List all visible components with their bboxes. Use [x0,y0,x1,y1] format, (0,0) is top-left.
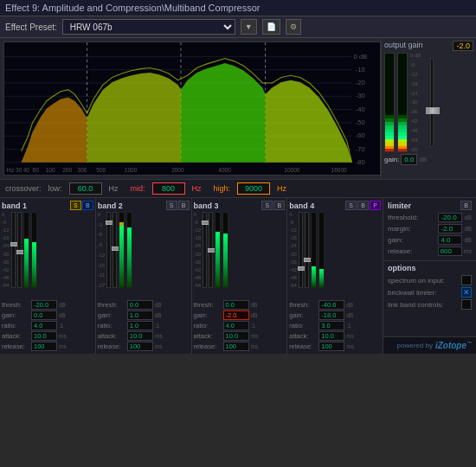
link-band-controls-checkbox[interactable] [461,299,472,310]
limiter-margin-label: margin: [388,225,411,233]
band-4-gain-value[interactable]: -18.0 [318,310,344,320]
band-4-release-value[interactable]: 100 [318,342,344,351]
band-1-gain-slider[interactable] [17,212,22,288]
band-2-gain-value[interactable]: 1.0 [127,310,153,320]
band-1-attack-value[interactable]: 10.0 [31,331,57,341]
limiter-gain-label: gain: [388,236,402,244]
limiter-threshold-value[interactable]: -20.0 [438,213,462,222]
band-4-threshold-slider[interactable] [299,212,303,288]
limiter-gain-value[interactable]: 4.0 [438,235,462,245]
band-1-meter-right [31,212,37,288]
band-1-release-value[interactable]: 100 [31,342,57,351]
bands-and-panels: band 1 S B 0-6-12-18-24-30-36-42-48-54 [0,198,476,354]
band-2-release-label: release: [98,342,125,350]
bands-row: band 1 S B 0-6-12-18-24-30-36-42-48-54 [0,198,383,354]
band-2-threshold-slider[interactable] [106,212,111,288]
limiter-bypass-button[interactable]: B [460,201,472,210]
preset-load-button[interactable]: 📄 [262,19,280,35]
limiter-release-value[interactable]: 600 [438,246,462,256]
svg-text:-80: -80 [356,158,365,166]
band-1-gain-value[interactable]: 0.0 [31,310,57,320]
svg-text:-70: -70 [356,145,365,153]
brickwall-limiter-checkbox[interactable]: ✕ [461,287,472,297]
band-3-thresh-value[interactable]: 0.0 [223,300,249,310]
band-3-thresh-label: thresh: [194,301,222,309]
band-1-solo-button[interactable]: S [70,201,81,210]
limiter-margin-value[interactable]: -2.0 [438,224,462,234]
svg-text:30: 30 [16,167,23,173]
band-2-name: band 2 [98,202,123,210]
crossover-label: crossover: [5,184,42,193]
band-1-thresh-label: thresh: [2,301,29,309]
preset-manage-button[interactable]: ⚙ [286,19,301,35]
vu-meter-left [384,53,395,152]
mid-unit: Hz [192,184,202,193]
band-4-special-button[interactable]: P [370,201,381,210]
band-2-attack-value[interactable]: 10.0 [127,331,153,341]
band-4-attack-value[interactable]: 10.0 [318,331,344,341]
band-2-bypass-button[interactable]: B [178,201,190,210]
band-1-bypass-button[interactable]: B [82,201,93,210]
svg-text:40: 40 [23,167,30,173]
preset-select[interactable]: HRW 067b [62,19,235,35]
title-bar: Effect 9: Amplitude and Compression\Mult… [0,0,476,16]
right-side-panels: limiter B threshold: -20.0 dB margin: -2… [383,198,476,354]
band-2-params: thresh: 0.0 dB gain: 1.0 dB ratio: 1.0 :… [98,300,190,351]
band-2-solo-button[interactable]: S [166,201,177,210]
band-3-gain-value[interactable]: -2.0 [223,310,249,320]
band-2-meter-right [126,212,132,288]
spectrum-on-input-checkbox[interactable] [461,275,472,285]
band-3-threshold-slider[interactable] [203,212,207,288]
band-1-ratio-value[interactable]: 4.0 [31,321,57,330]
band-3-params: thresh: 0.0 dB gain: -2.0 dB ratio: 4.0 … [194,300,286,351]
svg-text:2000: 2000 [171,167,184,173]
band-4-gain-slider[interactable] [305,212,309,288]
band-2-gain-slider[interactable] [113,212,117,288]
band-3-attack-value[interactable]: 10.0 [223,331,249,341]
band-1-release-label: release: [2,342,29,350]
preset-save-button[interactable]: ▼ [241,19,257,35]
svg-text:-30: -30 [356,92,365,99]
band-3-name: band 3 [194,202,219,210]
mid-label: mid: [131,184,145,193]
band-2-release-value[interactable]: 100 [127,342,153,351]
band-2-panel: band 2 S B 0-3-6-9-12-15-21-27 [96,198,192,354]
crossover-high-input[interactable] [237,182,270,195]
svg-text:500: 500 [96,167,106,173]
band-4-solo-button[interactable]: S [345,201,357,210]
output-fader[interactable] [423,53,441,152]
band-2-ratio-value[interactable]: 1.0 [127,321,153,330]
svg-text:100: 100 [46,167,55,173]
band-3-gain-label: gain: [194,311,222,319]
band-3-release-label: release: [194,342,222,350]
logo-area: powered by iZotope™ [383,337,476,354]
band-4-release-label: release: [289,342,317,350]
crossover-section: crossover: low: Hz mid: Hz high: Hz [0,179,476,198]
limiter-title: limiter [388,202,411,210]
band-1-meter-left [23,212,29,288]
band-3-bypass-button[interactable]: B [273,201,285,210]
band-4-name: band 4 [289,202,314,210]
crossover-mid-input[interactable] [152,182,185,195]
band-1-threshold-slider[interactable] [11,212,16,288]
band-4-thresh-value[interactable]: -40.6 [318,300,344,310]
gain-value-box[interactable]: 0.0 [401,154,417,165]
output-fader-knob[interactable] [426,107,440,114]
spectrum-on-input-label: spectrum on input: [388,277,445,285]
band-4-ratio-label: ratio: [289,322,317,329]
band-2-faders: 0-3-6-9-12-15-21-27 [98,212,190,298]
band-3-release-value[interactable]: 100 [223,342,249,351]
band-3-ratio-value[interactable]: 4.0 [223,321,249,330]
band-4-bypass-button[interactable]: B [357,201,369,210]
band-3-gain-slider[interactable] [209,212,213,288]
band-4-ratio-value[interactable]: 3.0 [318,321,344,330]
band-2-thresh-value[interactable]: 0.0 [127,300,153,310]
crossover-low-input[interactable] [69,182,102,195]
output-gain-section: output gain -2.0 [381,38,476,179]
band-2-attack-label: attack: [98,332,125,340]
high-unit: Hz [277,184,286,193]
svg-text:-20: -20 [356,79,365,86]
band-3-solo-button[interactable]: S [261,201,273,210]
band-4-gain-label: gain: [289,311,317,319]
band-1-thresh-value[interactable]: -20.0 [31,300,57,310]
